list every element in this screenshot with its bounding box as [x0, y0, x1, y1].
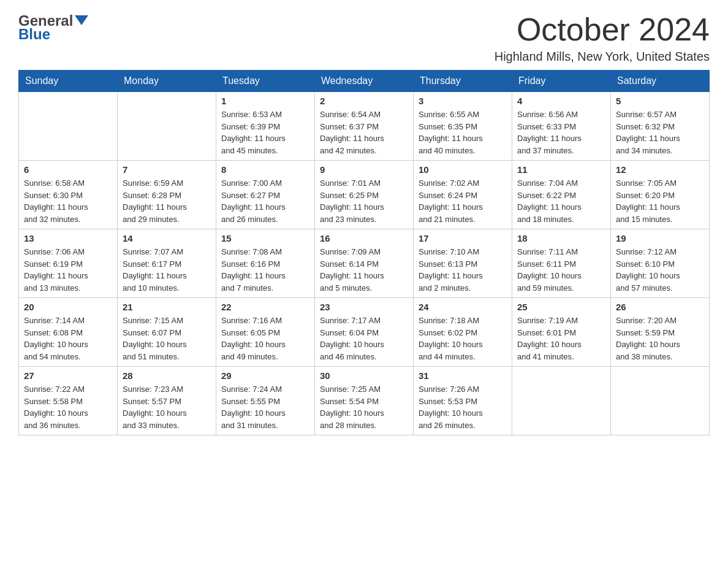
day-info: Sunrise: 6:58 AM Sunset: 6:30 PM Dayligh…: [24, 177, 112, 225]
calendar-cell: 10Sunrise: 7:02 AM Sunset: 6:24 PM Dayli…: [414, 161, 512, 229]
calendar-cell: 27Sunrise: 7:22 AM Sunset: 5:58 PM Dayli…: [19, 367, 118, 435]
calendar-cell: 19Sunrise: 7:12 AM Sunset: 6:10 PM Dayli…: [611, 229, 710, 298]
calendar-cell: 21Sunrise: 7:15 AM Sunset: 6:07 PM Dayli…: [118, 298, 216, 367]
page-header: General Blue October 2024 Highland Mills…: [18, 12, 710, 64]
calendar-cell: [19, 92, 118, 161]
day-info: Sunrise: 6:57 AM Sunset: 6:32 PM Dayligh…: [616, 109, 704, 156]
day-number: 14: [123, 233, 211, 243]
day-info: Sunrise: 7:26 AM Sunset: 5:53 PM Dayligh…: [419, 383, 507, 431]
day-number: 31: [419, 370, 507, 381]
calendar-cell: 23Sunrise: 7:17 AM Sunset: 6:04 PM Dayli…: [315, 298, 414, 367]
calendar-week-1: 1Sunrise: 6:53 AM Sunset: 6:39 PM Daylig…: [19, 92, 710, 161]
day-info: Sunrise: 7:19 AM Sunset: 6:01 PM Dayligh…: [517, 315, 605, 362]
calendar-cell: 11Sunrise: 7:04 AM Sunset: 6:22 PM Dayli…: [512, 161, 611, 229]
day-number: 5: [616, 96, 704, 106]
calendar-cell: 16Sunrise: 7:09 AM Sunset: 6:14 PM Dayli…: [315, 229, 414, 298]
day-number: 28: [123, 370, 211, 381]
calendar-cell: 30Sunrise: 7:25 AM Sunset: 5:54 PM Dayli…: [315, 367, 414, 435]
logo: General Blue: [18, 12, 88, 43]
title-section: October 2024 Highland Mills, New York, U…: [495, 12, 710, 64]
day-info: Sunrise: 7:24 AM Sunset: 5:55 PM Dayligh…: [221, 383, 309, 431]
calendar-cell: 14Sunrise: 7:07 AM Sunset: 6:17 PM Dayli…: [118, 229, 216, 298]
day-number: 3: [419, 96, 507, 106]
day-info: Sunrise: 7:06 AM Sunset: 6:19 PM Dayligh…: [24, 246, 112, 294]
day-number: 25: [517, 302, 605, 312]
calendar-week-4: 20Sunrise: 7:14 AM Sunset: 6:08 PM Dayli…: [19, 298, 710, 367]
logo-blue-text: Blue: [18, 26, 50, 43]
day-info: Sunrise: 6:59 AM Sunset: 6:28 PM Dayligh…: [123, 177, 211, 225]
day-number: 12: [616, 164, 704, 175]
calendar-cell: 17Sunrise: 7:10 AM Sunset: 6:13 PM Dayli…: [414, 229, 512, 298]
calendar-week-3: 13Sunrise: 7:06 AM Sunset: 6:19 PM Dayli…: [19, 229, 710, 298]
day-info: Sunrise: 7:08 AM Sunset: 6:16 PM Dayligh…: [221, 246, 309, 294]
calendar-header-monday: Monday: [118, 71, 216, 92]
day-number: 1: [221, 96, 309, 106]
day-number: 17: [419, 233, 507, 243]
calendar-header-tuesday: Tuesday: [216, 71, 315, 92]
calendar-cell: 29Sunrise: 7:24 AM Sunset: 5:55 PM Dayli…: [216, 367, 315, 435]
calendar-cell: 28Sunrise: 7:23 AM Sunset: 5:57 PM Dayli…: [118, 367, 216, 435]
day-number: 13: [24, 233, 112, 243]
main-title: October 2024: [495, 12, 710, 47]
day-info: Sunrise: 7:05 AM Sunset: 6:20 PM Dayligh…: [616, 177, 704, 225]
calendar-cell: [512, 367, 611, 435]
day-info: Sunrise: 7:02 AM Sunset: 6:24 PM Dayligh…: [419, 177, 507, 225]
calendar-cell: 1Sunrise: 6:53 AM Sunset: 6:39 PM Daylig…: [216, 92, 315, 161]
day-info: Sunrise: 7:11 AM Sunset: 6:11 PM Dayligh…: [517, 246, 605, 294]
day-number: 18: [517, 233, 605, 243]
day-info: Sunrise: 6:56 AM Sunset: 6:33 PM Dayligh…: [517, 109, 605, 156]
subtitle: Highland Mills, New York, United States: [495, 50, 710, 64]
calendar-cell: 13Sunrise: 7:06 AM Sunset: 6:19 PM Dayli…: [19, 229, 118, 298]
day-number: 29: [221, 370, 309, 381]
day-number: 15: [221, 233, 309, 243]
calendar-table: SundayMondayTuesdayWednesdayThursdayFrid…: [18, 70, 710, 435]
day-number: 20: [24, 302, 112, 312]
day-number: 6: [24, 164, 112, 175]
day-number: 22: [221, 302, 309, 312]
day-number: 30: [320, 370, 408, 381]
calendar-cell: 24Sunrise: 7:18 AM Sunset: 6:02 PM Dayli…: [414, 298, 512, 367]
logo-triangle-icon: [75, 15, 88, 25]
calendar-cell: 22Sunrise: 7:16 AM Sunset: 6:05 PM Dayli…: [216, 298, 315, 367]
day-info: Sunrise: 6:53 AM Sunset: 6:39 PM Dayligh…: [221, 109, 309, 156]
calendar-cell: 2Sunrise: 6:54 AM Sunset: 6:37 PM Daylig…: [315, 92, 414, 161]
calendar-cell: 9Sunrise: 7:01 AM Sunset: 6:25 PM Daylig…: [315, 161, 414, 229]
day-number: 26: [616, 302, 704, 312]
day-number: 23: [320, 302, 408, 312]
calendar-header-row: SundayMondayTuesdayWednesdayThursdayFrid…: [19, 71, 710, 92]
calendar-cell: 7Sunrise: 6:59 AM Sunset: 6:28 PM Daylig…: [118, 161, 216, 229]
day-number: 19: [616, 233, 704, 243]
day-info: Sunrise: 7:17 AM Sunset: 6:04 PM Dayligh…: [320, 315, 408, 362]
day-number: 27: [24, 370, 112, 381]
calendar-header-friday: Friday: [512, 71, 611, 92]
day-info: Sunrise: 7:00 AM Sunset: 6:27 PM Dayligh…: [221, 177, 309, 225]
calendar-header-wednesday: Wednesday: [315, 71, 414, 92]
day-info: Sunrise: 7:25 AM Sunset: 5:54 PM Dayligh…: [320, 383, 408, 431]
calendar-cell: [611, 367, 710, 435]
calendar-cell: 5Sunrise: 6:57 AM Sunset: 6:32 PM Daylig…: [611, 92, 710, 161]
calendar-cell: 12Sunrise: 7:05 AM Sunset: 6:20 PM Dayli…: [611, 161, 710, 229]
day-info: Sunrise: 6:54 AM Sunset: 6:37 PM Dayligh…: [320, 109, 408, 156]
calendar-cell: [118, 92, 216, 161]
day-info: Sunrise: 7:07 AM Sunset: 6:17 PM Dayligh…: [123, 246, 211, 294]
day-info: Sunrise: 7:12 AM Sunset: 6:10 PM Dayligh…: [616, 246, 704, 294]
day-info: Sunrise: 7:20 AM Sunset: 5:59 PM Dayligh…: [616, 315, 704, 362]
day-number: 24: [419, 302, 507, 312]
calendar-cell: 26Sunrise: 7:20 AM Sunset: 5:59 PM Dayli…: [611, 298, 710, 367]
calendar-cell: 4Sunrise: 6:56 AM Sunset: 6:33 PM Daylig…: [512, 92, 611, 161]
calendar-cell: 20Sunrise: 7:14 AM Sunset: 6:08 PM Dayli…: [19, 298, 118, 367]
calendar-week-2: 6Sunrise: 6:58 AM Sunset: 6:30 PM Daylig…: [19, 161, 710, 229]
day-info: Sunrise: 7:14 AM Sunset: 6:08 PM Dayligh…: [24, 315, 112, 362]
day-number: 21: [123, 302, 211, 312]
day-info: Sunrise: 7:16 AM Sunset: 6:05 PM Dayligh…: [221, 315, 309, 362]
calendar-header-saturday: Saturday: [611, 71, 710, 92]
calendar-cell: 8Sunrise: 7:00 AM Sunset: 6:27 PM Daylig…: [216, 161, 315, 229]
day-number: 8: [221, 164, 309, 175]
calendar-header-thursday: Thursday: [414, 71, 512, 92]
day-info: Sunrise: 7:23 AM Sunset: 5:57 PM Dayligh…: [123, 383, 211, 431]
day-number: 10: [419, 164, 507, 175]
day-info: Sunrise: 7:10 AM Sunset: 6:13 PM Dayligh…: [419, 246, 507, 294]
calendar-cell: 31Sunrise: 7:26 AM Sunset: 5:53 PM Dayli…: [414, 367, 512, 435]
calendar-cell: 6Sunrise: 6:58 AM Sunset: 6:30 PM Daylig…: [19, 161, 118, 229]
day-number: 9: [320, 164, 408, 175]
